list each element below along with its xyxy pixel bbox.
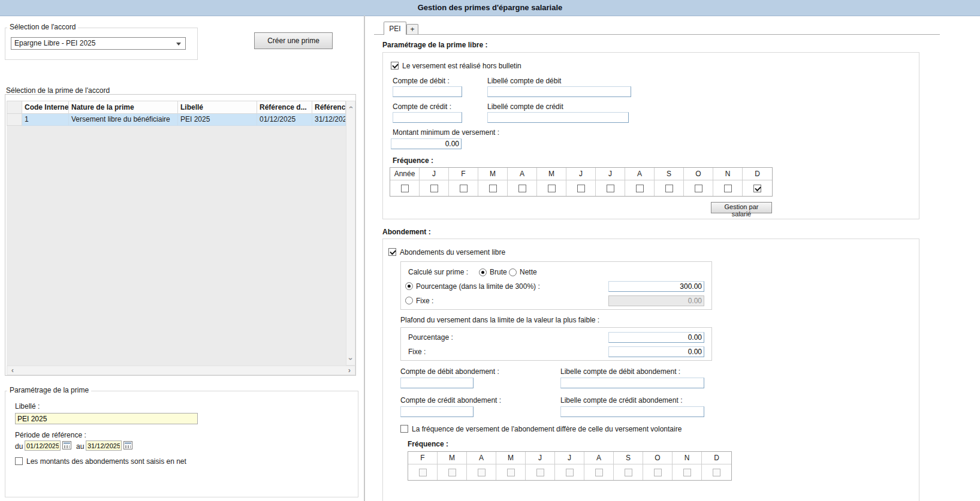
- grid-row-selector-header[interactable]: [7, 101, 22, 114]
- prime-grid-group-label: Sélection de la prime de l'accord: [6, 86, 110, 95]
- frequency-checkbox-row: [390, 180, 772, 196]
- libelle-compte-credit-abondement-label: Libelle compte de crédit abondement :: [560, 396, 682, 405]
- fixe-label: Fixe :: [416, 297, 433, 305]
- frequency-cell: [526, 464, 555, 480]
- frequency-header: D: [702, 452, 731, 464]
- frequency-checkbox[interactable]: [548, 185, 556, 192]
- tab-add[interactable]: +: [406, 24, 418, 34]
- fixe-radio[interactable]: [405, 297, 413, 304]
- grid-header-libelle[interactable]: Libellé: [178, 101, 257, 114]
- scroll-up-icon[interactable]: ›: [347, 104, 354, 111]
- hors-bulletin-checkbox[interactable]: [391, 62, 399, 70]
- frequency-header: F: [449, 168, 478, 180]
- libelle-label: Libellé :: [15, 402, 40, 411]
- frequency-header: N: [713, 168, 743, 180]
- scroll-down-icon[interactable]: ›: [347, 355, 354, 363]
- frequency-checkbox[interactable]: [607, 185, 614, 192]
- frequency-header: M: [496, 452, 526, 464]
- window-title: Gestion des primes d'épargne salariale: [0, 0, 980, 16]
- cell-reference-debut: 01/12/2025: [257, 114, 312, 126]
- calendar-icon[interactable]: [62, 441, 71, 449]
- scroll-right-icon[interactable]: ›: [346, 367, 353, 374]
- abondement-frequency-table: F M A M J J A S O N D: [408, 451, 732, 481]
- frequency-checkbox[interactable]: [636, 185, 644, 192]
- frequency-checkbox[interactable]: [665, 185, 673, 192]
- hors-bulletin-label: Le versement est réalisé hors bulletin: [402, 62, 521, 70]
- grid-header-reference-fin[interactable]: Référenc...: [312, 101, 346, 114]
- frequency-checkbox[interactable]: [577, 185, 585, 192]
- grid-header-nature[interactable]: Nature de la prime: [69, 101, 178, 114]
- frequency-checkbox[interactable]: [724, 185, 732, 192]
- frequency-cell: [596, 180, 625, 196]
- frequency-header: J: [596, 168, 625, 180]
- tab-pei[interactable]: PEI: [384, 22, 406, 35]
- scroll-left-icon[interactable]: ‹: [9, 367, 16, 374]
- frequency-header: S: [655, 168, 684, 180]
- frequence-differente-checkbox[interactable]: [400, 425, 408, 433]
- brute-radio[interactable]: [479, 268, 487, 276]
- plafond-fixe-input[interactable]: [608, 346, 704, 357]
- frequency-checkbox[interactable]: [695, 185, 702, 192]
- abondement-checkbox[interactable]: [388, 248, 396, 256]
- gestion-par-salarie-button[interactable]: Gestion par salarié: [711, 202, 772, 213]
- panel-splitter[interactable]: [364, 16, 365, 501]
- compte-debit-input[interactable]: [393, 86, 462, 97]
- grid-horizontal-scrollbar[interactable]: ‹ ›: [7, 366, 355, 375]
- nette-radio[interactable]: [509, 268, 517, 276]
- cell-code-interne: 1: [22, 114, 69, 126]
- frequency-header: A: [508, 168, 537, 180]
- frequency-header: N: [673, 452, 702, 464]
- compte-credit-abondement-input[interactable]: [400, 406, 474, 417]
- frequency-cell: [713, 180, 743, 196]
- frequency-checkbox: [566, 469, 574, 476]
- frequency-header: A: [467, 452, 496, 464]
- frequency-checkbox: [683, 469, 691, 476]
- frequency-header: J: [526, 452, 555, 464]
- frequency-cell: [655, 180, 684, 196]
- libelle-compte-credit-input[interactable]: [487, 112, 629, 123]
- grid-header-code-interne[interactable]: Code Interne▼: [22, 101, 69, 114]
- frequency-table: Année J F M A M J J A S O N D: [390, 167, 773, 197]
- plafond-pourcentage-input[interactable]: [608, 332, 704, 343]
- periode-reference-label: Période de référence :: [15, 431, 86, 439]
- calendar-icon[interactable]: [123, 441, 132, 449]
- frequency-checkbox[interactable]: [401, 185, 409, 192]
- pourcentage-radio[interactable]: [405, 282, 413, 290]
- pourcentage-input[interactable]: [608, 281, 704, 292]
- compte-credit-input[interactable]: [393, 112, 462, 123]
- frequency-header: S: [614, 452, 643, 464]
- date-debut-input[interactable]: [25, 440, 61, 451]
- net-checkbox-label: Les montants des abondements sont saisis…: [26, 457, 186, 466]
- du-label: du: [15, 442, 23, 451]
- frequency-cell: [508, 180, 537, 196]
- frequency-checkbox[interactable]: [460, 185, 468, 192]
- frequency-checkbox[interactable]: [489, 185, 497, 192]
- accord-group-label: Sélection de l'accord: [7, 23, 78, 31]
- abondement-frequence-label: Fréquence :: [408, 440, 448, 448]
- grid-vertical-scrollbar[interactable]: › ›: [346, 101, 355, 366]
- compte-debit-abondement-input[interactable]: [400, 378, 474, 388]
- frequency-checkbox: [536, 469, 544, 476]
- abondement-section-title: Abondement :: [382, 228, 431, 236]
- libelle-compte-credit-label: Libellé compte de crédit: [487, 102, 563, 111]
- libelle-compte-credit-abondement-input[interactable]: [560, 406, 704, 417]
- frequency-checkbox[interactable]: [430, 185, 438, 192]
- libelle-compte-debit-input[interactable]: [487, 86, 631, 97]
- libelle-compte-debit-abondement-input[interactable]: [560, 378, 704, 388]
- frequency-checkbox[interactable]: [518, 185, 526, 192]
- montant-minimum-input[interactable]: [391, 138, 462, 149]
- table-row[interactable]: 1 Versement libre du bénéficiaire PEI 20…: [7, 114, 346, 126]
- frequency-cell: [467, 464, 496, 480]
- frequency-checkbox[interactable]: [753, 185, 761, 192]
- net-checkbox[interactable]: [15, 457, 23, 465]
- grid-row-selector[interactable]: [7, 114, 22, 126]
- date-fin-input[interactable]: [86, 440, 122, 451]
- libelle-input[interactable]: [15, 413, 198, 424]
- frequency-checkbox: [419, 469, 427, 476]
- frequency-cell: [449, 180, 478, 196]
- create-prime-button[interactable]: Créer une prime: [254, 32, 333, 49]
- frequency-header: J: [555, 452, 584, 464]
- chevron-down-icon: [176, 43, 181, 46]
- grid-header-reference-debut[interactable]: Référence d...: [257, 101, 312, 114]
- accord-combobox[interactable]: Epargne Libre - PEI 2025: [11, 37, 186, 50]
